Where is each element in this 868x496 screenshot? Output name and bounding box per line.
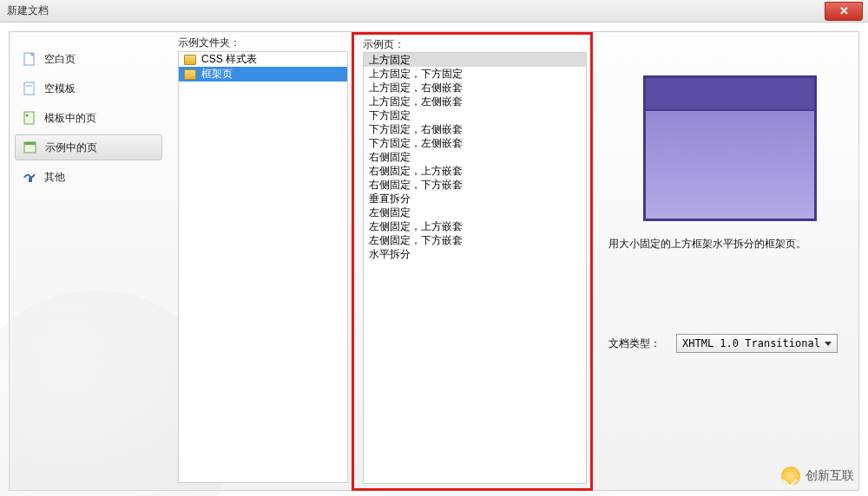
page-item-label: 上方固定 (369, 53, 411, 68)
svg-point-4 (26, 114, 29, 117)
pages-column-label: 示例页： (363, 37, 590, 52)
sidebar-item-sample-pages[interactable]: 示例中的页 (15, 134, 162, 160)
sidebar-item-blank-template[interactable]: 空模板 (15, 75, 162, 101)
folder-item-label: 框架页 (201, 67, 233, 82)
page-item-label: 左侧固定，上方嵌套 (369, 219, 463, 234)
page-item[interactable]: 右侧固定，上方嵌套 (364, 164, 586, 178)
template-pages-icon (22, 110, 37, 126)
sidebar-item-label: 示例中的页 (45, 140, 97, 155)
folder-item-label: CSS 样式表 (201, 52, 257, 67)
page-item[interactable]: 左侧固定，上方嵌套 (364, 219, 586, 233)
svg-rect-6 (24, 142, 36, 145)
svg-rect-3 (24, 112, 34, 124)
page-item-label: 上方固定，下方固定 (369, 67, 463, 82)
watermark: 创新互联 (781, 467, 854, 486)
page-item[interactable]: 右侧固定，下方嵌套 (364, 178, 586, 192)
page-item[interactable]: 水平拆分 (364, 247, 586, 261)
page-item[interactable]: 左侧固定 (364, 206, 586, 219)
preview-description: 用大小固定的上方框架水平拆分的框架页。 (608, 237, 845, 251)
page-item-label: 右侧固定，下方嵌套 (369, 178, 463, 193)
pages-listbox[interactable]: 上方固定 上方固定，下方固定 上方固定，右侧嵌套 上方固定，左侧嵌套 下方固定 … (363, 52, 587, 484)
doctype-select[interactable]: XHTML 1.0 Transitional (676, 334, 838, 353)
watermark-text: 创新互联 (806, 468, 854, 484)
chevron-down-icon (825, 342, 832, 346)
folder-icon (184, 55, 196, 65)
preview-pane: 用大小固定的上方框架水平拆分的框架页。 (608, 58, 852, 251)
page-blank-icon (22, 51, 37, 67)
page-item[interactable]: 上方固定 (364, 53, 586, 67)
titlebar: 新建文档 ✕ (0, 0, 868, 23)
template-blank-icon (22, 81, 37, 96)
page-item[interactable]: 下方固定，右侧嵌套 (364, 122, 586, 136)
category-sidebar: 空白页 空模板 模板中的页 示例中的页 其他 (15, 46, 162, 193)
close-icon: ✕ (839, 4, 849, 17)
page-item[interactable]: 下方固定 (364, 108, 586, 122)
page-item-label: 右侧固定 (369, 150, 411, 165)
watermark-logo-icon (781, 467, 800, 486)
page-item[interactable]: 垂直拆分 (364, 192, 586, 206)
page-item-label: 上方固定，右侧嵌套 (369, 81, 463, 95)
folders-listbox[interactable]: CSS 样式表 框架页 (178, 51, 348, 483)
page-item[interactable]: 左侧固定，下方嵌套 (364, 233, 586, 247)
pages-highlight-frame: 示例页： 上方固定 上方固定，下方固定 上方固定，右侧嵌套 上方固定，左侧嵌套 … (352, 32, 593, 491)
folder-item-frames[interactable]: 框架页 (179, 67, 347, 82)
page-item[interactable]: 下方固定，左侧嵌套 (364, 136, 586, 150)
page-item[interactable]: 上方固定，下方固定 (364, 67, 586, 81)
window-title: 新建文档 (7, 3, 49, 18)
sidebar-item-template-pages[interactable]: 模板中的页 (15, 105, 162, 131)
sidebar-item-label: 空模板 (44, 82, 76, 96)
sidebar-item-label: 其他 (44, 170, 65, 185)
page-item-label: 下方固定 (369, 108, 411, 123)
page-item-label: 水平拆分 (369, 247, 411, 262)
doctype-label: 文档类型： (608, 336, 661, 351)
page-item[interactable]: 上方固定，右侧嵌套 (364, 81, 586, 95)
close-button[interactable]: ✕ (825, 2, 863, 21)
folder-icon (184, 69, 196, 80)
sidebar-item-other[interactable]: 其他 (15, 164, 162, 190)
sidebar-item-label: 模板中的页 (44, 111, 96, 126)
page-item-label: 左侧固定 (369, 206, 411, 220)
svg-rect-7 (29, 178, 32, 182)
sidebar-item-label: 空白页 (44, 52, 76, 67)
preview-thumbnail (643, 75, 817, 221)
svg-rect-1 (24, 82, 34, 95)
page-item[interactable]: 上方固定，左侧嵌套 (364, 95, 586, 108)
preview-top-frame (646, 78, 814, 111)
dialog-body: 空白页 空模板 模板中的页 示例中的页 其他 示例文件夹： (9, 31, 859, 491)
other-icon (22, 169, 37, 185)
page-item[interactable]: 右侧固定 (364, 150, 586, 164)
svg-rect-2 (26, 85, 32, 87)
folder-item-css[interactable]: CSS 样式表 (179, 52, 347, 67)
doctype-value: XHTML 1.0 Transitional (682, 337, 820, 349)
page-item-label: 下方固定，左侧嵌套 (369, 136, 463, 151)
page-item-label: 上方固定，左侧嵌套 (369, 95, 463, 109)
page-item-label: 垂直拆分 (369, 192, 411, 206)
folders-column-label: 示例文件夹： (178, 36, 240, 50)
page-item-label: 右侧固定，上方嵌套 (369, 164, 463, 179)
page-item-label: 下方固定，右侧嵌套 (369, 122, 463, 137)
doctype-row: 文档类型： XHTML 1.0 Transitional (608, 334, 838, 353)
sidebar-item-blank-page[interactable]: 空白页 (15, 46, 162, 72)
sample-pages-icon (23, 140, 38, 155)
page-item-label: 左侧固定，下方嵌套 (369, 233, 463, 248)
